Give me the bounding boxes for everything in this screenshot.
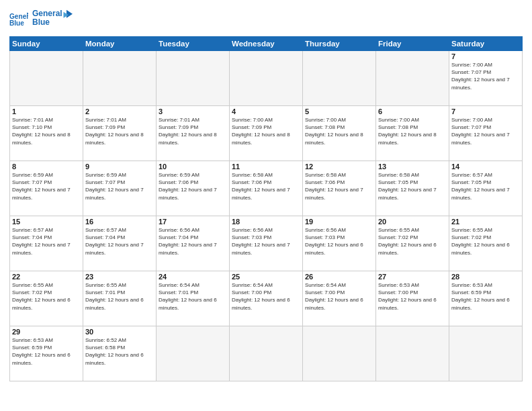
- calendar-week-row: 7Sunrise: 7:00 AMSunset: 7:07 PMDaylight…: [10, 51, 523, 106]
- calendar-cell: [157, 51, 230, 106]
- day-info: Sunrise: 6:56 AMSunset: 7:03 PMDaylight:…: [305, 226, 373, 257]
- calendar-cell: 26Sunrise: 6:54 AMSunset: 7:00 PMDayligh…: [303, 271, 376, 326]
- calendar-cell: 18Sunrise: 6:56 AMSunset: 7:03 PMDayligh…: [230, 216, 303, 271]
- day-info: Sunrise: 7:00 AMSunset: 7:08 PMDaylight:…: [378, 116, 447, 146]
- day-info: Sunrise: 7:01 AMSunset: 7:09 PMDaylight:…: [159, 116, 227, 146]
- column-header-thursday: Thursday: [303, 37, 376, 51]
- calendar-week-row: 8Sunrise: 6:59 AMSunset: 7:07 PMDaylight…: [10, 161, 523, 216]
- calendar-week-row: 1Sunrise: 7:01 AMSunset: 7:10 PMDaylight…: [10, 106, 523, 161]
- day-number: 22: [12, 273, 81, 281]
- day-info: Sunrise: 6:55 AMSunset: 7:02 PMDaylight:…: [12, 281, 81, 312]
- calendar-cell: 27Sunrise: 6:53 AMSunset: 7:00 PMDayligh…: [376, 271, 449, 326]
- logo-bird-icon: General Blue: [32, 7, 73, 32]
- day-number: 29: [12, 328, 81, 336]
- day-info: Sunrise: 6:56 AMSunset: 7:03 PMDaylight:…: [232, 226, 300, 257]
- calendar-cell: 10Sunrise: 6:59 AMSunset: 7:06 PMDayligh…: [157, 161, 230, 216]
- calendar-cell: 13Sunrise: 6:58 AMSunset: 7:05 PMDayligh…: [376, 161, 449, 216]
- calendar-body: 7Sunrise: 7:00 AMSunset: 7:07 PMDaylight…: [10, 51, 523, 381]
- day-info: Sunrise: 6:54 AMSunset: 7:01 PMDaylight:…: [159, 281, 227, 312]
- day-number: 5: [305, 107, 373, 116]
- day-number: 14: [451, 163, 520, 171]
- column-header-wednesday: Wednesday: [230, 37, 303, 51]
- day-info: Sunrise: 6:53 AMSunset: 6:59 PMDaylight:…: [12, 336, 81, 367]
- day-number: 25: [232, 273, 300, 281]
- calendar-cell: [230, 326, 303, 381]
- day-number: 2: [85, 107, 154, 116]
- calendar-cell: [303, 326, 376, 381]
- calendar-cell: 23Sunrise: 6:55 AMSunset: 7:01 PMDayligh…: [83, 271, 157, 326]
- day-info: Sunrise: 6:52 AMSunset: 6:58 PMDaylight:…: [85, 336, 154, 367]
- day-number: 10: [159, 163, 227, 171]
- day-info: Sunrise: 6:57 AMSunset: 7:04 PMDaylight:…: [85, 226, 154, 257]
- calendar-cell: 15Sunrise: 6:57 AMSunset: 7:04 PMDayligh…: [10, 216, 83, 271]
- day-number: 4: [232, 107, 300, 116]
- day-info: Sunrise: 6:53 AMSunset: 7:00 PMDaylight:…: [378, 281, 447, 312]
- day-number: 3: [159, 107, 227, 116]
- calendar-cell: 30Sunrise: 6:52 AMSunset: 6:58 PMDayligh…: [83, 326, 157, 381]
- calendar-cell: 6Sunrise: 7:00 AMSunset: 7:08 PMDaylight…: [376, 106, 449, 161]
- calendar-cell: 7Sunrise: 7:00 AMSunset: 7:07 PMDaylight…: [449, 106, 523, 161]
- day-info: Sunrise: 7:00 AMSunset: 7:09 PMDaylight:…: [232, 116, 300, 146]
- calendar-cell: 28Sunrise: 6:53 AMSunset: 6:59 PMDayligh…: [449, 271, 523, 326]
- calendar-cell: 17Sunrise: 6:56 AMSunset: 7:04 PMDayligh…: [157, 216, 230, 271]
- logo: General Blue General Blue: [9, 7, 73, 32]
- calendar-cell: 14Sunrise: 6:57 AMSunset: 7:05 PMDayligh…: [449, 161, 523, 216]
- day-info: Sunrise: 6:55 AMSunset: 7:02 PMDaylight:…: [378, 226, 447, 257]
- calendar-cell: [449, 326, 523, 381]
- day-number: 30: [85, 328, 154, 336]
- day-number: 24: [159, 273, 227, 281]
- day-number: 27: [378, 273, 447, 281]
- day-number: 18: [232, 218, 300, 226]
- calendar-cell: [376, 326, 449, 381]
- page-header: General Blue General Blue: [9, 7, 523, 32]
- calendar-cell: 11Sunrise: 6:58 AMSunset: 7:06 PMDayligh…: [230, 161, 303, 216]
- day-number: 15: [12, 218, 81, 226]
- day-info: Sunrise: 6:57 AMSunset: 7:05 PMDaylight:…: [451, 171, 520, 201]
- calendar-cell: [157, 326, 230, 381]
- day-info: Sunrise: 6:58 AMSunset: 7:06 PMDaylight:…: [232, 171, 300, 201]
- calendar-cell: 20Sunrise: 6:55 AMSunset: 7:02 PMDayligh…: [376, 216, 449, 271]
- calendar-cell: 2Sunrise: 7:01 AMSunset: 7:09 PMDaylight…: [83, 106, 157, 161]
- day-number: 7: [451, 107, 520, 116]
- day-info: Sunrise: 6:59 AMSunset: 7:06 PMDaylight:…: [159, 171, 227, 201]
- day-number: 1: [12, 107, 81, 116]
- calendar-cell: 29Sunrise: 6:53 AMSunset: 6:59 PMDayligh…: [10, 326, 83, 381]
- calendar-cell: 12Sunrise: 6:58 AMSunset: 7:06 PMDayligh…: [303, 161, 376, 216]
- calendar-cell: 7Sunrise: 7:00 AMSunset: 7:07 PMDaylight…: [449, 51, 523, 106]
- day-number: 23: [85, 273, 154, 281]
- day-info: Sunrise: 7:01 AMSunset: 7:10 PMDaylight:…: [12, 116, 81, 146]
- day-info: Sunrise: 6:57 AMSunset: 7:04 PMDaylight:…: [12, 226, 81, 257]
- column-header-saturday: Saturday: [449, 37, 523, 51]
- day-info: Sunrise: 7:00 AMSunset: 7:07 PMDaylight:…: [451, 61, 520, 91]
- day-info: Sunrise: 7:00 AMSunset: 7:07 PMDaylight:…: [451, 116, 520, 146]
- day-info: Sunrise: 6:53 AMSunset: 6:59 PMDaylight:…: [451, 281, 520, 312]
- column-header-friday: Friday: [376, 37, 449, 51]
- day-number: 11: [232, 163, 300, 171]
- calendar-cell: 4Sunrise: 7:00 AMSunset: 7:09 PMDaylight…: [230, 106, 303, 161]
- calendar-cell: 24Sunrise: 6:54 AMSunset: 7:01 PMDayligh…: [157, 271, 230, 326]
- calendar-cell: 21Sunrise: 6:55 AMSunset: 7:02 PMDayligh…: [449, 216, 523, 271]
- day-info: Sunrise: 6:56 AMSunset: 7:04 PMDaylight:…: [159, 226, 227, 257]
- column-header-monday: Monday: [83, 37, 157, 51]
- day-info: Sunrise: 6:55 AMSunset: 7:01 PMDaylight:…: [85, 281, 154, 312]
- day-number: 16: [85, 218, 154, 226]
- calendar-cell: [10, 51, 83, 106]
- day-info: Sunrise: 7:01 AMSunset: 7:09 PMDaylight:…: [85, 116, 154, 146]
- calendar-week-row: 22Sunrise: 6:55 AMSunset: 7:02 PMDayligh…: [10, 271, 523, 326]
- calendar-cell: [303, 51, 376, 106]
- column-header-sunday: Sunday: [10, 37, 83, 51]
- calendar-header-row: SundayMondayTuesdayWednesdayThursdayFrid…: [10, 37, 523, 51]
- day-info: Sunrise: 6:55 AMSunset: 7:02 PMDaylight:…: [451, 226, 520, 257]
- svg-marker-5: [66, 10, 73, 18]
- calendar-cell: [230, 51, 303, 106]
- logo-icon: General Blue: [9, 12, 28, 27]
- day-number: 12: [305, 163, 373, 171]
- day-number: 20: [378, 218, 447, 226]
- calendar-cell: 19Sunrise: 6:56 AMSunset: 7:03 PMDayligh…: [303, 216, 376, 271]
- day-number: 21: [451, 218, 520, 226]
- calendar-week-row: 15Sunrise: 6:57 AMSunset: 7:04 PMDayligh…: [10, 216, 523, 271]
- day-info: Sunrise: 6:58 AMSunset: 7:06 PMDaylight:…: [305, 171, 373, 201]
- calendar-cell: 1Sunrise: 7:01 AMSunset: 7:10 PMDaylight…: [10, 106, 83, 161]
- day-info: Sunrise: 6:54 AMSunset: 7:00 PMDaylight:…: [232, 281, 300, 312]
- svg-text:Blue: Blue: [32, 17, 50, 27]
